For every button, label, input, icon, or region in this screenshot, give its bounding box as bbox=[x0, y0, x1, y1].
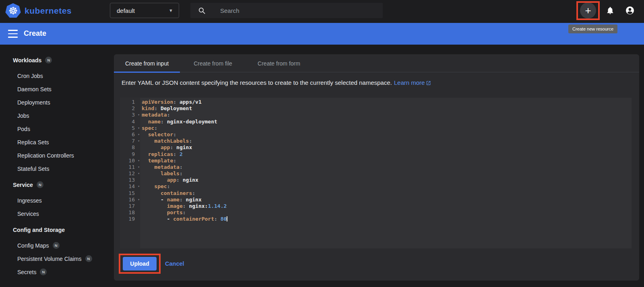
sidebar-item-cron-jobs[interactable]: Cron Jobs bbox=[0, 69, 114, 82]
chevron-down-icon: ▼ bbox=[169, 8, 173, 13]
upload-button[interactable]: Upload bbox=[123, 257, 157, 271]
fold-toggle-icon[interactable]: ▾ bbox=[138, 164, 140, 170]
cancel-button[interactable]: Cancel bbox=[165, 260, 184, 267]
token-key: metadata bbox=[142, 112, 167, 118]
code-content: matchLabels: bbox=[140, 138, 632, 144]
search-input[interactable]: Search bbox=[190, 3, 383, 18]
tab-create-from-input[interactable]: Create from input bbox=[114, 54, 180, 72]
token-key: selector bbox=[148, 131, 173, 137]
sidebar-item-label: Replica Sets bbox=[17, 139, 49, 146]
code-content: template: bbox=[140, 158, 632, 164]
fold-toggle-icon[interactable]: ▾ bbox=[138, 158, 140, 164]
sidebar-section-label: Workloads bbox=[13, 57, 41, 64]
yaml-editor[interactable]: 1apiVersion: apps/v12kind: Deployment3▾m… bbox=[120, 98, 632, 248]
sidebar-item-ingresses[interactable]: Ingresses bbox=[0, 194, 114, 207]
editor-lines: 1apiVersion: apps/v12kind: Deployment3▾m… bbox=[120, 99, 632, 223]
tab-create-from-form[interactable]: Create from form bbox=[246, 54, 312, 72]
line-number[interactable]: 16▾ bbox=[120, 197, 140, 203]
sidebar-item-label: Persistent Volume Claims bbox=[17, 256, 82, 262]
sidebar-section-config-and-storage[interactable]: Config and Storage bbox=[0, 223, 114, 236]
sidebar-item-daemon-sets[interactable]: Daemon Sets bbox=[0, 82, 114, 96]
line-number[interactable]: 9 bbox=[120, 151, 140, 158]
line-number[interactable]: 2 bbox=[120, 105, 140, 112]
line-number[interactable]: 12▾ bbox=[120, 170, 140, 177]
token-val bbox=[142, 183, 154, 189]
token-val: apps/v1 bbox=[180, 99, 202, 105]
line-number[interactable]: 10▾ bbox=[120, 158, 140, 164]
sidebar-item-replication-controllers[interactable]: Replication Controllers bbox=[0, 149, 114, 162]
code-content: replicas: 2 bbox=[140, 151, 632, 158]
learn-more-link[interactable]: Learn more bbox=[394, 79, 431, 86]
code-line: 18 ports: bbox=[120, 209, 632, 216]
line-number[interactable]: 13 bbox=[120, 177, 140, 183]
sidebar-item-label: Ingresses bbox=[17, 197, 42, 204]
fold-toggle-icon[interactable]: ▾ bbox=[138, 183, 140, 190]
sidebar-item-persistent-volume-claims[interactable]: Persistent Volume ClaimsN bbox=[0, 252, 114, 265]
sidebar-section-service[interactable]: ServiceN bbox=[0, 178, 114, 191]
line-number[interactable]: 14▾ bbox=[120, 183, 140, 190]
account-button[interactable] bbox=[622, 2, 638, 18]
sidebar-item-replica-sets[interactable]: Replica Sets bbox=[0, 135, 114, 149]
token-num: 1.14.2 bbox=[208, 203, 227, 209]
notifications-button[interactable] bbox=[602, 2, 618, 18]
sidebar-item-label: Jobs bbox=[17, 113, 29, 119]
token-punc: : bbox=[173, 99, 180, 105]
namespace-selector[interactable]: default ▼ bbox=[110, 3, 179, 18]
line-number[interactable]: 4 bbox=[120, 119, 140, 125]
fold-toggle-icon[interactable]: ▾ bbox=[138, 197, 140, 203]
sidebar-item-deployments[interactable]: Deployments bbox=[0, 96, 114, 109]
token-val bbox=[142, 151, 148, 157]
line-number[interactable]: 1 bbox=[120, 99, 140, 105]
line-number[interactable]: 7▾ bbox=[120, 138, 140, 144]
brand-title: kubernetes bbox=[25, 6, 72, 16]
annotation-box-create-button bbox=[576, 1, 600, 20]
fold-toggle-icon[interactable]: ▾ bbox=[138, 112, 140, 118]
code-line: 19 - containerPort: 80 bbox=[120, 216, 632, 222]
line-number[interactable]: 17 bbox=[120, 203, 140, 209]
fold-toggle-icon[interactable]: ▾ bbox=[138, 131, 140, 138]
namespaced-badge: N bbox=[53, 242, 60, 249]
code-content: kind: Deployment bbox=[140, 105, 632, 112]
token-key: apiVersion bbox=[142, 99, 173, 105]
sidebar-item-config-maps[interactable]: Config MapsN bbox=[0, 239, 114, 252]
sidebar-item-stateful-sets[interactable]: Stateful Sets bbox=[0, 162, 114, 175]
sidebar: WorkloadsNCron JobsDaemon SetsDeployment… bbox=[0, 45, 114, 287]
token-key: replicas bbox=[148, 151, 173, 157]
sidebar-item-pods[interactable]: Pods bbox=[0, 122, 114, 135]
sidebar-item-secrets[interactable]: SecretsN bbox=[0, 265, 114, 279]
line-number[interactable]: 6▾ bbox=[120, 131, 140, 138]
tab-create-from-file[interactable]: Create from file bbox=[180, 54, 246, 72]
namespaced-badge: N bbox=[85, 255, 92, 262]
token-punc: : bbox=[189, 138, 192, 144]
line-number[interactable]: 11▾ bbox=[120, 164, 140, 170]
line-number[interactable]: 18 bbox=[120, 209, 140, 216]
fold-toggle-icon[interactable]: ▾ bbox=[138, 125, 140, 131]
token-punc: : bbox=[170, 144, 176, 150]
token-val: - bbox=[142, 197, 167, 203]
token-num: 2 bbox=[180, 151, 183, 157]
line-number[interactable]: 8 bbox=[120, 144, 140, 151]
sidebar-item-jobs[interactable]: Jobs bbox=[0, 109, 114, 122]
fold-toggle-icon[interactable]: ▾ bbox=[138, 138, 140, 144]
sidebar-item-label: Stateful Sets bbox=[17, 166, 49, 172]
token-punc: : bbox=[154, 125, 157, 131]
line-number[interactable]: 5▾ bbox=[120, 125, 140, 131]
fold-toggle-icon[interactable]: ▾ bbox=[138, 170, 140, 177]
search-placeholder: Search bbox=[220, 7, 239, 14]
line-number[interactable]: 3▾ bbox=[120, 112, 140, 118]
menu-button[interactable] bbox=[8, 30, 18, 38]
code-line: 8 app: nginx bbox=[120, 144, 632, 151]
sidebar-section-workloads[interactable]: WorkloadsN bbox=[0, 53, 114, 67]
token-val bbox=[142, 138, 154, 144]
token-key: ports bbox=[167, 209, 183, 215]
code-content: metadata: bbox=[140, 112, 632, 118]
token-key: containers bbox=[161, 190, 192, 196]
sidebar-item-label: Services bbox=[17, 211, 39, 217]
token-val bbox=[142, 119, 148, 125]
code-content: containers: bbox=[140, 190, 632, 197]
token-val bbox=[142, 164, 154, 170]
line-number[interactable]: 15 bbox=[120, 190, 140, 197]
line-number[interactable]: 19 bbox=[120, 216, 140, 222]
sidebar-item-services[interactable]: Services bbox=[0, 207, 114, 220]
code-line: 17 image: nginx:1.14.2 bbox=[120, 203, 632, 209]
